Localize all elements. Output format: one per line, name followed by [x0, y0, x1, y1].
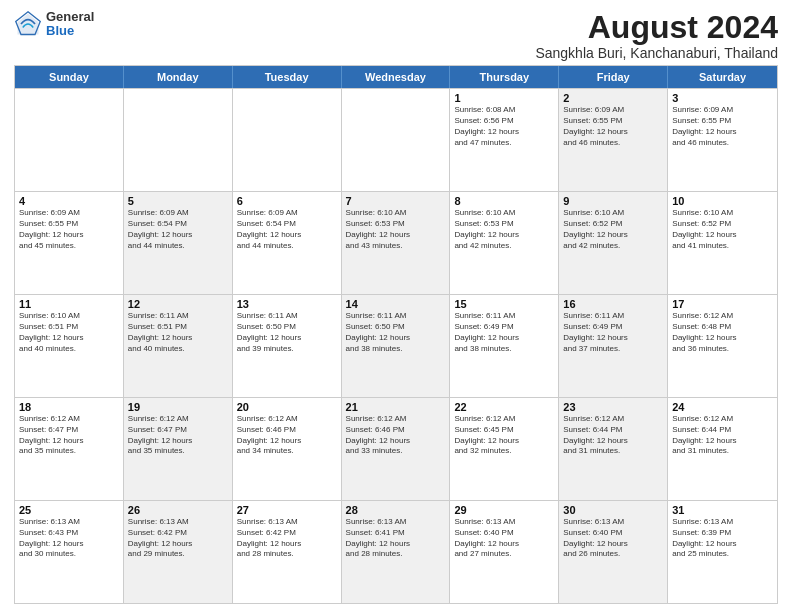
calendar-cell-10: 10Sunrise: 6:10 AM Sunset: 6:52 PM Dayli… — [668, 192, 777, 294]
calendar-cell-8: 8Sunrise: 6:10 AM Sunset: 6:53 PM Daylig… — [450, 192, 559, 294]
day-number: 26 — [128, 504, 228, 516]
calendar-cell-13: 13Sunrise: 6:11 AM Sunset: 6:50 PM Dayli… — [233, 295, 342, 397]
day-number: 1 — [454, 92, 554, 104]
day-info: Sunrise: 6:08 AM Sunset: 6:56 PM Dayligh… — [454, 105, 554, 148]
day-number: 27 — [237, 504, 337, 516]
calendar-cell-15: 15Sunrise: 6:11 AM Sunset: 6:49 PM Dayli… — [450, 295, 559, 397]
month-title: August 2024 — [535, 10, 778, 45]
calendar-cell-29: 29Sunrise: 6:13 AM Sunset: 6:40 PM Dayli… — [450, 501, 559, 603]
day-number: 7 — [346, 195, 446, 207]
day-info: Sunrise: 6:10 AM Sunset: 6:51 PM Dayligh… — [19, 311, 119, 354]
calendar-cell-empty-0-2 — [233, 89, 342, 191]
day-info: Sunrise: 6:09 AM Sunset: 6:54 PM Dayligh… — [128, 208, 228, 251]
title-block: August 2024 Sangkhla Buri, Kanchanaburi,… — [535, 10, 778, 61]
calendar-cell-empty-0-3 — [342, 89, 451, 191]
day-number: 4 — [19, 195, 119, 207]
day-info: Sunrise: 6:13 AM Sunset: 6:41 PM Dayligh… — [346, 517, 446, 560]
day-info: Sunrise: 6:10 AM Sunset: 6:53 PM Dayligh… — [346, 208, 446, 251]
day-info: Sunrise: 6:13 AM Sunset: 6:40 PM Dayligh… — [454, 517, 554, 560]
day-number: 31 — [672, 504, 773, 516]
day-number: 18 — [19, 401, 119, 413]
day-info: Sunrise: 6:13 AM Sunset: 6:42 PM Dayligh… — [237, 517, 337, 560]
day-number: 13 — [237, 298, 337, 310]
day-info: Sunrise: 6:09 AM Sunset: 6:55 PM Dayligh… — [563, 105, 663, 148]
day-number: 9 — [563, 195, 663, 207]
calendar-cell-18: 18Sunrise: 6:12 AM Sunset: 6:47 PM Dayli… — [15, 398, 124, 500]
day-number: 3 — [672, 92, 773, 104]
day-info: Sunrise: 6:10 AM Sunset: 6:53 PM Dayligh… — [454, 208, 554, 251]
logo-blue: Blue — [46, 24, 94, 38]
calendar-cell-20: 20Sunrise: 6:12 AM Sunset: 6:46 PM Dayli… — [233, 398, 342, 500]
day-info: Sunrise: 6:12 AM Sunset: 6:48 PM Dayligh… — [672, 311, 773, 354]
day-info: Sunrise: 6:10 AM Sunset: 6:52 PM Dayligh… — [563, 208, 663, 251]
calendar-cell-empty-0-1 — [124, 89, 233, 191]
day-number: 12 — [128, 298, 228, 310]
day-info: Sunrise: 6:09 AM Sunset: 6:55 PM Dayligh… — [672, 105, 773, 148]
calendar-row-3: 18Sunrise: 6:12 AM Sunset: 6:47 PM Dayli… — [15, 397, 777, 500]
day-number: 14 — [346, 298, 446, 310]
calendar-body: 1Sunrise: 6:08 AM Sunset: 6:56 PM Daylig… — [15, 88, 777, 603]
day-info: Sunrise: 6:13 AM Sunset: 6:39 PM Dayligh… — [672, 517, 773, 560]
day-number: 6 — [237, 195, 337, 207]
calendar-cell-12: 12Sunrise: 6:11 AM Sunset: 6:51 PM Dayli… — [124, 295, 233, 397]
calendar-row-4: 25Sunrise: 6:13 AM Sunset: 6:43 PM Dayli… — [15, 500, 777, 603]
calendar-cell-2: 2Sunrise: 6:09 AM Sunset: 6:55 PM Daylig… — [559, 89, 668, 191]
header-day-friday: Friday — [559, 66, 668, 88]
calendar-cell-31: 31Sunrise: 6:13 AM Sunset: 6:39 PM Dayli… — [668, 501, 777, 603]
day-info: Sunrise: 6:11 AM Sunset: 6:50 PM Dayligh… — [346, 311, 446, 354]
day-info: Sunrise: 6:12 AM Sunset: 6:45 PM Dayligh… — [454, 414, 554, 457]
day-info: Sunrise: 6:13 AM Sunset: 6:40 PM Dayligh… — [563, 517, 663, 560]
calendar-cell-11: 11Sunrise: 6:10 AM Sunset: 6:51 PM Dayli… — [15, 295, 124, 397]
calendar-cell-23: 23Sunrise: 6:12 AM Sunset: 6:44 PM Dayli… — [559, 398, 668, 500]
calendar-row-1: 4Sunrise: 6:09 AM Sunset: 6:55 PM Daylig… — [15, 191, 777, 294]
day-info: Sunrise: 6:11 AM Sunset: 6:49 PM Dayligh… — [454, 311, 554, 354]
day-number: 23 — [563, 401, 663, 413]
day-info: Sunrise: 6:12 AM Sunset: 6:46 PM Dayligh… — [237, 414, 337, 457]
logo-general: General — [46, 10, 94, 24]
calendar-cell-7: 7Sunrise: 6:10 AM Sunset: 6:53 PM Daylig… — [342, 192, 451, 294]
page: General Blue August 2024 Sangkhla Buri, … — [0, 0, 792, 612]
day-number: 28 — [346, 504, 446, 516]
day-info: Sunrise: 6:12 AM Sunset: 6:47 PM Dayligh… — [19, 414, 119, 457]
day-info: Sunrise: 6:09 AM Sunset: 6:54 PM Dayligh… — [237, 208, 337, 251]
calendar-cell-5: 5Sunrise: 6:09 AM Sunset: 6:54 PM Daylig… — [124, 192, 233, 294]
calendar-cell-22: 22Sunrise: 6:12 AM Sunset: 6:45 PM Dayli… — [450, 398, 559, 500]
day-info: Sunrise: 6:09 AM Sunset: 6:55 PM Dayligh… — [19, 208, 119, 251]
calendar-cell-3: 3Sunrise: 6:09 AM Sunset: 6:55 PM Daylig… — [668, 89, 777, 191]
day-number: 29 — [454, 504, 554, 516]
calendar-cell-14: 14Sunrise: 6:11 AM Sunset: 6:50 PM Dayli… — [342, 295, 451, 397]
calendar-cell-6: 6Sunrise: 6:09 AM Sunset: 6:54 PM Daylig… — [233, 192, 342, 294]
day-info: Sunrise: 6:12 AM Sunset: 6:46 PM Dayligh… — [346, 414, 446, 457]
day-number: 25 — [19, 504, 119, 516]
calendar-cell-30: 30Sunrise: 6:13 AM Sunset: 6:40 PM Dayli… — [559, 501, 668, 603]
calendar-cell-1: 1Sunrise: 6:08 AM Sunset: 6:56 PM Daylig… — [450, 89, 559, 191]
header-day-tuesday: Tuesday — [233, 66, 342, 88]
day-number: 17 — [672, 298, 773, 310]
day-number: 30 — [563, 504, 663, 516]
header-day-wednesday: Wednesday — [342, 66, 451, 88]
day-info: Sunrise: 6:13 AM Sunset: 6:42 PM Dayligh… — [128, 517, 228, 560]
day-number: 16 — [563, 298, 663, 310]
day-number: 21 — [346, 401, 446, 413]
day-number: 5 — [128, 195, 228, 207]
header-day-thursday: Thursday — [450, 66, 559, 88]
location-title: Sangkhla Buri, Kanchanaburi, Thailand — [535, 45, 778, 61]
day-info: Sunrise: 6:10 AM Sunset: 6:52 PM Dayligh… — [672, 208, 773, 251]
logo: General Blue — [14, 10, 94, 39]
calendar-row-0: 1Sunrise: 6:08 AM Sunset: 6:56 PM Daylig… — [15, 88, 777, 191]
day-number: 11 — [19, 298, 119, 310]
logo-text: General Blue — [46, 10, 94, 39]
day-info: Sunrise: 6:11 AM Sunset: 6:50 PM Dayligh… — [237, 311, 337, 354]
day-number: 15 — [454, 298, 554, 310]
calendar-cell-16: 16Sunrise: 6:11 AM Sunset: 6:49 PM Dayli… — [559, 295, 668, 397]
header-day-monday: Monday — [124, 66, 233, 88]
day-number: 8 — [454, 195, 554, 207]
day-number: 22 — [454, 401, 554, 413]
logo-icon — [14, 10, 42, 38]
day-info: Sunrise: 6:11 AM Sunset: 6:49 PM Dayligh… — [563, 311, 663, 354]
day-info: Sunrise: 6:12 AM Sunset: 6:44 PM Dayligh… — [672, 414, 773, 457]
day-info: Sunrise: 6:12 AM Sunset: 6:47 PM Dayligh… — [128, 414, 228, 457]
header: General Blue August 2024 Sangkhla Buri, … — [14, 10, 778, 61]
day-info: Sunrise: 6:12 AM Sunset: 6:44 PM Dayligh… — [563, 414, 663, 457]
calendar-cell-17: 17Sunrise: 6:12 AM Sunset: 6:48 PM Dayli… — [668, 295, 777, 397]
